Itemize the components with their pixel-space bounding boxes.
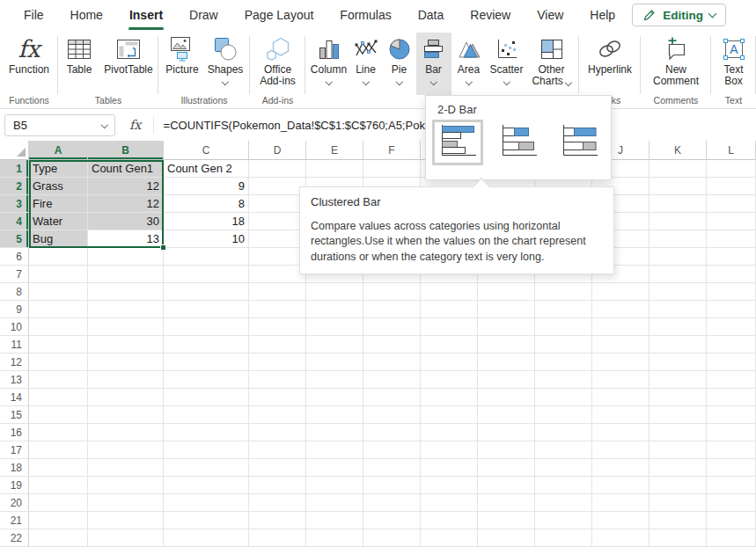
cell-D6[interactable] bbox=[249, 248, 306, 266]
cell-B18[interactable] bbox=[88, 459, 164, 477]
cell-B19[interactable] bbox=[88, 477, 164, 494]
cell-H17[interactable] bbox=[478, 441, 535, 459]
cell-F18[interactable] bbox=[363, 459, 421, 477]
cell-A21[interactable] bbox=[29, 512, 88, 529]
chart-option-stacked-bar[interactable] bbox=[493, 120, 544, 165]
cell-I16[interactable] bbox=[535, 424, 592, 441]
cell-L12[interactable] bbox=[707, 354, 756, 371]
cell-H16[interactable] bbox=[478, 424, 535, 441]
cell-J10[interactable] bbox=[592, 318, 650, 336]
cell-K1[interactable] bbox=[650, 160, 707, 178]
ribbon-button-area[interactable]: Area bbox=[451, 33, 487, 95]
cell-B8[interactable] bbox=[88, 283, 164, 301]
cell-E9[interactable] bbox=[306, 301, 363, 318]
cell-A10[interactable] bbox=[29, 318, 88, 336]
cell-A3[interactable]: Fire bbox=[29, 195, 88, 213]
cell-A15[interactable] bbox=[29, 406, 88, 424]
cell-H9[interactable] bbox=[478, 301, 535, 318]
row-header-3[interactable]: 3 bbox=[0, 195, 29, 213]
cell-B12[interactable] bbox=[88, 354, 164, 371]
cell-J13[interactable] bbox=[592, 371, 650, 389]
cell-I8[interactable] bbox=[535, 283, 592, 301]
cell-G13[interactable] bbox=[421, 371, 478, 389]
cell-J15[interactable] bbox=[592, 406, 650, 424]
cell-K10[interactable] bbox=[650, 318, 707, 336]
ribbon-button-other-charts[interactable]: Other Charts bbox=[527, 33, 576, 95]
cell-D7[interactable] bbox=[249, 266, 306, 283]
cell-L2[interactable] bbox=[707, 178, 756, 195]
cell-L20[interactable] bbox=[707, 494, 756, 512]
cell-D3[interactable] bbox=[249, 195, 306, 213]
cell-B20[interactable] bbox=[88, 494, 164, 512]
cell-F17[interactable] bbox=[363, 441, 421, 459]
cell-F1[interactable] bbox=[363, 160, 421, 178]
cell-J18[interactable] bbox=[592, 459, 650, 477]
cell-C13[interactable] bbox=[164, 371, 249, 389]
cell-I11[interactable] bbox=[535, 336, 592, 354]
cell-G16[interactable] bbox=[421, 424, 478, 441]
cell-G12[interactable] bbox=[421, 354, 478, 371]
cell-L6[interactable] bbox=[707, 248, 756, 266]
cell-C18[interactable] bbox=[164, 459, 249, 477]
menu-tab-insert[interactable]: Insert bbox=[116, 0, 176, 31]
cell-E11[interactable] bbox=[306, 336, 363, 354]
cell-E12[interactable] bbox=[306, 354, 363, 371]
row-header-21[interactable]: 21 bbox=[0, 512, 29, 529]
cell-C4[interactable]: 18 bbox=[164, 213, 249, 230]
menu-tab-draw[interactable]: Draw bbox=[176, 0, 231, 31]
cell-C19[interactable] bbox=[164, 477, 249, 494]
cell-K19[interactable] bbox=[650, 477, 707, 494]
cell-K14[interactable] bbox=[650, 389, 707, 406]
row-header-14[interactable]: 14 bbox=[0, 389, 29, 406]
cell-E14[interactable] bbox=[306, 389, 363, 406]
ribbon-button-scatter[interactable]: Scatter bbox=[487, 33, 527, 95]
cell-G9[interactable] bbox=[421, 301, 478, 318]
cell-A17[interactable] bbox=[29, 441, 88, 459]
cell-L9[interactable] bbox=[707, 301, 756, 318]
cell-K22[interactable] bbox=[650, 529, 707, 547]
cell-I19[interactable] bbox=[535, 477, 592, 494]
cell-H12[interactable] bbox=[478, 354, 535, 371]
cell-D21[interactable] bbox=[249, 512, 306, 529]
cell-K6[interactable] bbox=[650, 248, 707, 266]
cell-K16[interactable] bbox=[650, 424, 707, 441]
row-header-9[interactable]: 9 bbox=[0, 301, 29, 318]
cell-A13[interactable] bbox=[29, 371, 88, 389]
row-header-17[interactable]: 17 bbox=[0, 441, 29, 459]
cell-G10[interactable] bbox=[421, 318, 478, 336]
cell-K7[interactable] bbox=[650, 266, 707, 283]
cell-G21[interactable] bbox=[421, 512, 478, 529]
row-header-8[interactable]: 8 bbox=[0, 283, 29, 301]
cell-J8[interactable] bbox=[592, 283, 650, 301]
cell-L17[interactable] bbox=[707, 441, 756, 459]
cell-C21[interactable] bbox=[164, 512, 249, 529]
cell-C16[interactable] bbox=[164, 424, 249, 441]
cell-K8[interactable] bbox=[650, 283, 707, 301]
row-header-5[interactable]: 5 bbox=[0, 230, 29, 248]
cell-F8[interactable] bbox=[363, 283, 421, 301]
ribbon-button-line[interactable]: Line bbox=[349, 33, 383, 95]
cell-D11[interactable] bbox=[249, 336, 306, 354]
cell-L19[interactable] bbox=[707, 477, 756, 494]
cell-B9[interactable] bbox=[88, 301, 164, 318]
cell-E1[interactable] bbox=[306, 160, 363, 178]
cell-K20[interactable] bbox=[650, 494, 707, 512]
cell-A20[interactable] bbox=[29, 494, 88, 512]
cell-E8[interactable] bbox=[306, 283, 363, 301]
cell-A11[interactable] bbox=[29, 336, 88, 354]
cell-L3[interactable] bbox=[707, 195, 756, 213]
ribbon-button-picture[interactable]: Picture bbox=[161, 33, 203, 95]
cell-B15[interactable] bbox=[88, 406, 164, 424]
chart-option-hundred-stacked-bar[interactable] bbox=[554, 120, 605, 165]
ribbon-button-bar[interactable]: Bar bbox=[416, 33, 451, 95]
cell-C10[interactable] bbox=[164, 318, 249, 336]
cell-H13[interactable] bbox=[478, 371, 535, 389]
ribbon-button-table[interactable]: Table bbox=[59, 33, 99, 95]
cell-B16[interactable] bbox=[88, 424, 164, 441]
cell-G18[interactable] bbox=[421, 459, 478, 477]
menu-tab-file[interactable]: File bbox=[11, 0, 57, 31]
cell-D17[interactable] bbox=[249, 441, 306, 459]
row-header-12[interactable]: 12 bbox=[0, 354, 29, 371]
cell-H21[interactable] bbox=[478, 512, 535, 529]
cell-A19[interactable] bbox=[29, 477, 88, 494]
